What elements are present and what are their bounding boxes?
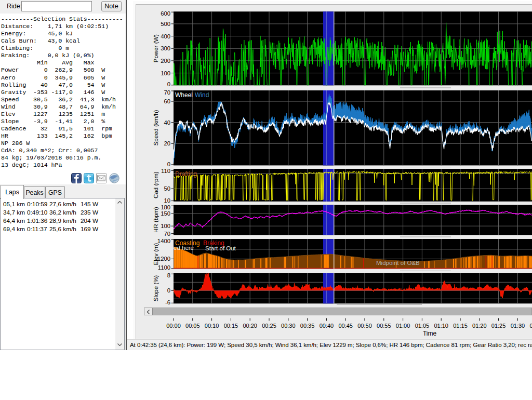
coasting-stripe bbox=[265, 258, 265, 268]
coasting-stripe bbox=[434, 261, 435, 268]
coasting-stripe bbox=[445, 260, 446, 269]
coasting-stripe bbox=[496, 256, 496, 269]
coasting-stripe bbox=[476, 256, 476, 268]
coasting-stripe bbox=[221, 258, 222, 268]
coasting-stripe bbox=[233, 260, 234, 268]
coasting-stripe bbox=[284, 257, 285, 268]
legend-elev-2: ed here bbox=[174, 245, 194, 251]
coasting-stripe bbox=[456, 259, 457, 268]
status-bar: At 0:42:35 (24,6 km): Power: 199 W; Spee… bbox=[127, 339, 532, 350]
coasting-stripe bbox=[213, 255, 214, 268]
coasting-stripe bbox=[176, 248, 176, 268]
coasting-stripe bbox=[526, 256, 527, 268]
coasting-stripe bbox=[499, 256, 500, 268]
coasting-stripe bbox=[328, 255, 328, 268]
time-label: 01:30 bbox=[511, 323, 525, 329]
coasting-stripe bbox=[267, 258, 267, 268]
axis-title-elev: Elev (m) bbox=[153, 243, 159, 265]
ytick-label-power: 600 bbox=[147, 10, 170, 17]
coasting-stripe bbox=[498, 256, 499, 268]
coasting-stripe bbox=[465, 258, 466, 269]
braking-stripe bbox=[491, 256, 492, 268]
coasting-stripe bbox=[453, 259, 454, 268]
axis-title-slope: Slope (%) bbox=[153, 275, 159, 302]
ytick-label-power: 100 bbox=[147, 70, 170, 76]
chart-h-scrollbar[interactable] bbox=[144, 308, 532, 315]
coasting-stripe bbox=[217, 256, 217, 268]
coasting-stripe bbox=[531, 256, 532, 268]
coasting-stripe bbox=[295, 257, 295, 269]
legend-speed-0: Wheel bbox=[175, 91, 193, 99]
time-label: 00:45 bbox=[338, 323, 353, 329]
tab-laps[interactable]: Laps bbox=[1, 185, 24, 199]
coasting-stripe bbox=[508, 256, 509, 268]
coasting-stripe bbox=[211, 255, 212, 269]
coasting-stripe bbox=[473, 257, 474, 268]
coasting-stripe bbox=[298, 256, 298, 268]
coasting-stripe bbox=[523, 256, 523, 268]
coasting-stripe bbox=[506, 256, 507, 268]
axis-title-cad: Cad (rpm) bbox=[153, 172, 159, 199]
coasting-stripe bbox=[517, 257, 518, 269]
coasting-stripe bbox=[233, 260, 234, 268]
coasting-stripe bbox=[429, 261, 430, 268]
coasting-stripe bbox=[515, 256, 516, 268]
coasting-stripe bbox=[292, 257, 294, 268]
coasting-stripe bbox=[227, 259, 228, 268]
braking-stripe bbox=[363, 258, 364, 268]
coasting-stripe bbox=[201, 255, 201, 268]
coasting-stripe bbox=[321, 255, 322, 269]
axis-title-hr: HR (bpm) bbox=[153, 207, 159, 233]
braking-stripe bbox=[197, 256, 198, 268]
coasting-stripe bbox=[529, 256, 530, 268]
coasting-stripe bbox=[216, 256, 217, 269]
plot-hr[interactable] bbox=[174, 205, 532, 235]
coasting-stripe bbox=[474, 257, 475, 269]
coasting-stripe bbox=[231, 260, 232, 269]
coasting-stripe bbox=[198, 256, 199, 268]
ytick-label-speed: 70 bbox=[147, 89, 170, 96]
time-label: 00:00 bbox=[166, 323, 181, 329]
coasting-stripe bbox=[254, 259, 255, 268]
coasting-stripe bbox=[344, 256, 345, 268]
coasting-stripe bbox=[471, 257, 472, 268]
time-label: 00:25 bbox=[262, 323, 276, 329]
coasting-stripe bbox=[224, 259, 224, 268]
legend-elev-3: Start of Out bbox=[205, 245, 236, 251]
coasting-stripe bbox=[519, 256, 520, 268]
ytick-label-power: 500 bbox=[147, 21, 170, 27]
coasting-stripe bbox=[215, 256, 215, 268]
time-label: 00:05 bbox=[185, 323, 200, 329]
coasting-stripe bbox=[253, 259, 254, 268]
coasting-stripe bbox=[180, 249, 180, 268]
coasting-stripe bbox=[245, 260, 246, 269]
coasting-stripe bbox=[466, 257, 467, 268]
scroll-left-icon[interactable] bbox=[144, 308, 153, 315]
time-label: 00:30 bbox=[281, 323, 296, 329]
time-label: 01:25 bbox=[491, 323, 506, 329]
ytick-label-speed: 60 bbox=[147, 98, 170, 104]
coasting-stripe bbox=[219, 257, 220, 268]
ytick-label-speed: 0 bbox=[147, 161, 170, 167]
time-label: 00:35 bbox=[300, 323, 315, 329]
coasting-stripe bbox=[352, 257, 353, 268]
time-label: 00:15 bbox=[224, 323, 238, 329]
coasting-stripe bbox=[494, 256, 494, 268]
coasting-stripe bbox=[525, 256, 525, 268]
coasting-stripe bbox=[229, 260, 230, 268]
time-label: 00:50 bbox=[357, 323, 372, 329]
coasting-stripe bbox=[511, 256, 512, 268]
coasting-stripe bbox=[260, 259, 261, 269]
coasting-stripe bbox=[285, 257, 286, 268]
selection-band bbox=[323, 205, 334, 235]
coasting-stripe bbox=[521, 256, 522, 268]
coasting-stripe bbox=[205, 254, 206, 268]
coasting-stripe bbox=[424, 261, 425, 268]
coasting-stripe bbox=[307, 256, 308, 268]
axis-title-power: Power (W) bbox=[153, 34, 159, 62]
coasting-stripe bbox=[470, 257, 470, 269]
coasting-stripe bbox=[340, 256, 341, 268]
time-label: 01:00 bbox=[396, 323, 410, 329]
ytick-label-power: 0 bbox=[147, 81, 170, 87]
coasting-stripe bbox=[218, 257, 219, 269]
